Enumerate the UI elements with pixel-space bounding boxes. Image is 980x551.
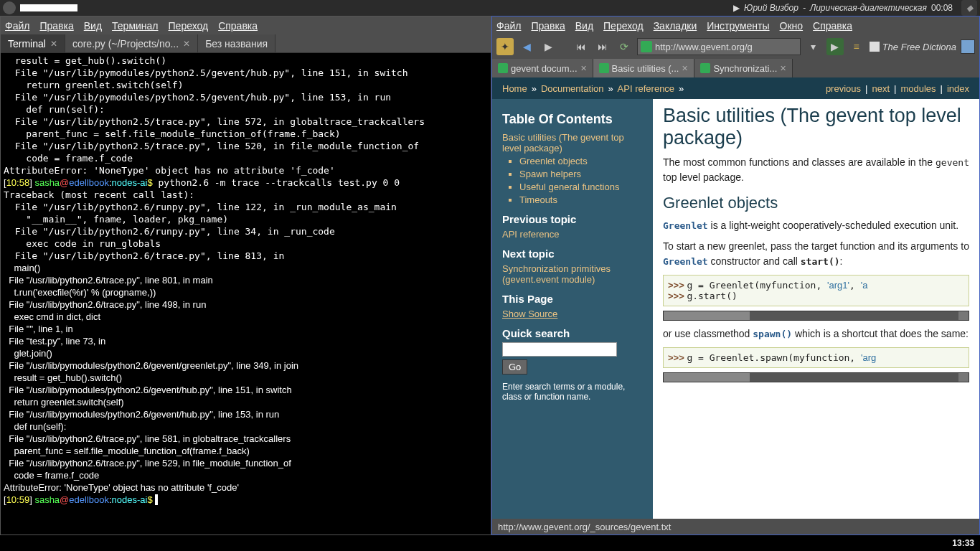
favicon-icon [498, 63, 508, 73]
intro-para: The most common functions and classes ar… [663, 155, 969, 185]
page-icon [870, 42, 880, 52]
tab-gevent-docs[interactable]: gevent docum...✕ [492, 59, 593, 77]
prev-topic-heading: Previous topic [502, 213, 643, 225]
clock[interactable]: 13:33 [952, 538, 974, 548]
nowplaying-title: Лирическая-диалектическая [810, 3, 927, 13]
method-ref[interactable]: spawn() [753, 329, 792, 339]
doc-content: Basic utilities (The gevent top level pa… [653, 99, 979, 519]
menu-view[interactable]: Вид [84, 20, 102, 32]
menu-file[interactable]: Файл [5, 20, 29, 32]
browser-tabs: gevent docum...✕ Basic utilities (...✕ S… [492, 59, 979, 77]
toc-item[interactable]: Greenlet objects [519, 155, 643, 167]
url-dropdown[interactable]: ▾ [805, 38, 822, 55]
search-input[interactable] [502, 342, 617, 357]
menu-icon[interactable] [3, 1, 16, 14]
reload-button[interactable]: ⟳ [616, 38, 633, 55]
window-title-bar [20, 4, 77, 11]
toc-item[interactable]: Useful general functions [519, 181, 643, 193]
this-page-heading: This Page [502, 293, 643, 305]
tab-terminal[interactable]: Terminal✕ [1, 34, 65, 52]
play-icon[interactable]: ▶ [733, 3, 740, 13]
tab-basic-utilities[interactable]: Basic utilities (...✕ [593, 59, 695, 77]
close-icon[interactable]: ✕ [183, 39, 190, 49]
section-greenlet: Greenlet objects [663, 194, 969, 212]
terminal-window: Файл Правка Вид Терминал Переход Справка… [0, 16, 491, 535]
settings-icon[interactable]: ≡ [848, 38, 865, 55]
toc-item[interactable]: Spawn helpers [519, 168, 643, 180]
tab-synchronization[interactable]: Synchronizati...✕ [694, 59, 793, 77]
prev-topic-link[interactable]: API reference [502, 228, 643, 240]
breadcrumb: Home » Documentation » API reference » p… [492, 77, 979, 99]
url-bar[interactable]: http://www.gevent.org/g [637, 38, 801, 55]
crumb-api[interactable]: API reference [618, 83, 675, 94]
new-tab-button[interactable]: ✦ [496, 38, 514, 55]
class-ref[interactable]: Greenlet [663, 256, 708, 267]
go-button[interactable]: ▶ [826, 38, 844, 55]
hscrollbar[interactable] [663, 311, 969, 321]
crumb-docs[interactable]: Documentation [541, 83, 603, 94]
class-ref[interactable]: Greenlet [663, 220, 708, 231]
toc-item[interactable]: Timeouts [519, 194, 643, 206]
terminal-tabs: Terminal✕ core.py (~/Projects/no...✕ Без… [1, 34, 491, 53]
top-panel: ▶ Юрий Визбор - Лирическая-диалектическа… [0, 0, 980, 16]
nav-modules[interactable]: modules [900, 83, 936, 94]
code-block: >>> g = Greenlet.spawn(myfunction, 'arg [663, 347, 969, 368]
page-title: Basic utilities (The gevent top level pa… [663, 105, 969, 149]
quick-search-heading: Quick search [502, 327, 643, 339]
nav-index[interactable]: index [947, 83, 969, 94]
browser-menubar: Файл Правка Вид Переход Закладки Инструм… [492, 17, 979, 34]
hscrollbar[interactable] [663, 372, 969, 382]
search-go-button[interactable]: Go [502, 359, 527, 375]
nav-next[interactable]: next [872, 83, 890, 94]
menu-go[interactable]: Переход [169, 20, 209, 32]
favicon-icon [700, 63, 710, 73]
close-icon[interactable]: ✕ [780, 64, 786, 73]
browser-toolbar: ✦ ◀ ▶ ⏮ ⏭ ⟳ http://www.gevent.org/g ▾ ▶ … [492, 34, 979, 59]
nowplaying-artist: Юрий Визбор [744, 3, 798, 13]
menu-help[interactable]: Справка [218, 20, 258, 32]
browser-window: Файл Правка Вид Переход Закладки Инструм… [491, 16, 980, 535]
bookmark-item[interactable]: The Free Dictiona [870, 42, 956, 52]
search-hint: Enter search terms or a module, class or… [502, 382, 643, 402]
tab-untitled[interactable]: Без названия [198, 34, 275, 52]
close-icon[interactable]: ✕ [50, 39, 57, 49]
menu-file[interactable]: Файл [496, 20, 521, 32]
tab-core-py[interactable]: core.py (~/Projects/no...✕ [65, 34, 198, 52]
forward-button[interactable]: ▶ [540, 38, 557, 55]
terminal-body[interactable]: result = get_hub().switch() File "/usr/l… [1, 53, 491, 534]
next-topic-link[interactable]: Synchronization primitives (gevent.event… [502, 263, 643, 286]
doc-sidebar: Table Of Contents Basic utilities (The g… [492, 99, 653, 519]
menu-view[interactable]: Вид [575, 20, 593, 32]
back-button[interactable]: ◀ [518, 38, 535, 55]
bottom-panel: 13:33 [0, 535, 980, 551]
ffwd-button[interactable]: ⏭ [594, 38, 611, 55]
menu-edit[interactable]: Правка [39, 20, 73, 32]
menu-go[interactable]: Переход [603, 20, 644, 32]
favicon-icon [599, 63, 609, 73]
track-time: 00:08 [931, 3, 953, 13]
close-icon[interactable]: ✕ [580, 64, 587, 73]
panel-toggle-button[interactable] [961, 39, 975, 54]
next-topic-heading: Next topic [502, 248, 643, 260]
toc-root-link[interactable]: Basic utilities (The gevent top level pa… [502, 131, 643, 154]
nav-previous[interactable]: previous [826, 83, 861, 94]
menu-edit[interactable]: Правка [531, 20, 565, 32]
menu-terminal[interactable]: Терминал [112, 20, 158, 32]
show-source-link[interactable]: Show Source [502, 308, 643, 320]
menu-tools[interactable]: Инструменты [707, 20, 769, 32]
tray-icon[interactable]: ◆ [961, 0, 977, 16]
code-block: >>> g = Greenlet(myfunction, 'arg1', 'a … [663, 275, 969, 306]
close-icon[interactable]: ✕ [682, 64, 688, 73]
browser-statusbar: http://www.gevent.org/_sources/gevent.tx… [492, 519, 979, 534]
toc-heading: Table Of Contents [502, 112, 643, 127]
site-favicon-icon [641, 41, 652, 52]
menu-window[interactable]: Окно [780, 20, 804, 32]
menu-help[interactable]: Справка [813, 20, 852, 32]
rewind-button[interactable]: ⏮ [573, 38, 590, 55]
crumb-home[interactable]: Home [502, 83, 527, 94]
terminal-menubar: Файл Правка Вид Терминал Переход Справка [1, 17, 491, 34]
menu-bookmarks[interactable]: Закладки [654, 20, 697, 32]
